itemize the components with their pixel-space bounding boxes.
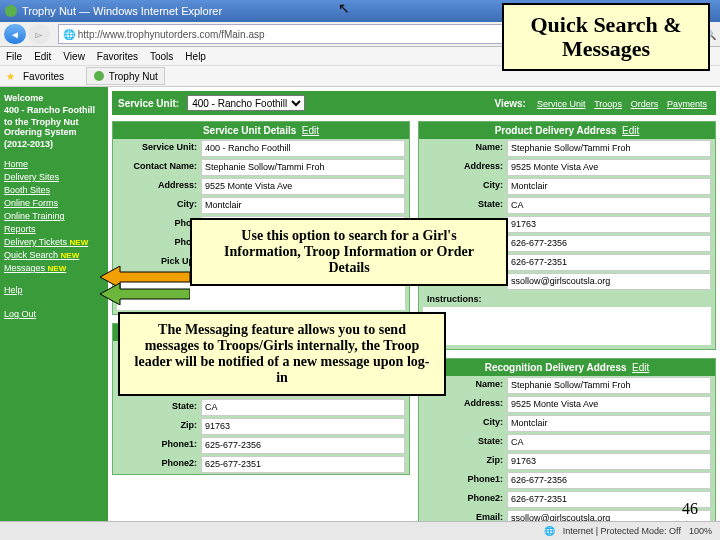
tab-favicon bbox=[93, 70, 105, 82]
field-value: 626-677-2356 bbox=[507, 235, 711, 252]
field-label: State: bbox=[419, 434, 507, 451]
menu-edit[interactable]: Edit bbox=[34, 51, 51, 62]
field-value: Stephanie Sollow/Tammi Froh bbox=[507, 377, 711, 394]
callout-messaging: The Messaging feature allows you to send… bbox=[118, 312, 446, 396]
sidebar-item-home[interactable]: Home bbox=[4, 158, 104, 170]
sidebar-item-messages[interactable]: Messages NEW bbox=[4, 262, 104, 274]
field-value: 9525 Monte Vista Ave bbox=[201, 178, 405, 195]
field-value: 91763 bbox=[507, 453, 711, 470]
view-service-unit[interactable]: Service Unit bbox=[537, 99, 586, 109]
panel-recognition-delivery: Recognition Delivery Address Edit Name:S… bbox=[418, 358, 716, 527]
field-label: City: bbox=[419, 178, 507, 195]
sidebar-item-help[interactable]: Help bbox=[4, 284, 104, 296]
new-badge: NEW bbox=[70, 238, 89, 247]
field-label: Address: bbox=[113, 178, 201, 195]
welcome-line4: (2012-2013) bbox=[4, 139, 104, 149]
tab-title: Trophy Nut bbox=[109, 71, 158, 82]
sidebar-item-online-training[interactable]: Online Training bbox=[4, 210, 104, 222]
field-value: Montclair bbox=[507, 178, 711, 195]
field-value: Montclair bbox=[507, 415, 711, 432]
field-label: Phone2: bbox=[419, 491, 507, 508]
mouse-cursor: ↖ bbox=[338, 0, 350, 16]
forward-button[interactable]: ▻ bbox=[28, 24, 50, 44]
menu-view[interactable]: View bbox=[63, 51, 85, 62]
field-value: CA bbox=[507, 434, 711, 451]
field-label: Address: bbox=[419, 396, 507, 413]
favorites-star-icon[interactable]: ★ bbox=[6, 71, 15, 82]
field-value: 626-677-2351 bbox=[507, 491, 711, 508]
field-value: Stephanie Sollow/Tammi Froh bbox=[201, 159, 405, 176]
app-body: Welcome 400 - Rancho Foothill to the Tro… bbox=[0, 87, 720, 527]
panel-header: Product Delivery Address Edit bbox=[419, 122, 715, 139]
sidebar-item-delivery-tickets[interactable]: Delivery Tickets NEW bbox=[4, 236, 104, 248]
menu-file[interactable]: File bbox=[6, 51, 22, 62]
edit-link[interactable]: Edit bbox=[632, 362, 649, 373]
status-bar: 🌐 Internet | Protected Mode: Off 100% bbox=[0, 521, 720, 540]
views-label: Views: bbox=[494, 98, 526, 109]
field-label: Phone2: bbox=[113, 456, 201, 473]
svg-marker-3 bbox=[100, 283, 190, 305]
field-value: 9525 Monte Vista Ave bbox=[507, 396, 711, 413]
right-column: Product Delivery Address Edit Name:Steph… bbox=[418, 121, 716, 527]
field-label: Phone1: bbox=[419, 472, 507, 489]
view-links: Service Unit Troops Orders Payments bbox=[534, 98, 710, 109]
address-url: http://www.trophynutorders.com/fMain.asp bbox=[78, 29, 265, 40]
welcome-line3: to the Trophy Nut Ordering System bbox=[4, 117, 104, 137]
sidebar-item-quick-search[interactable]: Quick Search NEW bbox=[4, 249, 104, 261]
top-toolbar: Service Unit: 400 - Rancho Foothill View… bbox=[112, 91, 716, 115]
menu-favorites[interactable]: Favorites bbox=[97, 51, 138, 62]
sidebar-item-logout[interactable]: Log Out bbox=[4, 308, 104, 320]
sidebar-item-reports[interactable]: Reports bbox=[4, 223, 104, 235]
new-badge: NEW bbox=[61, 251, 80, 260]
field-label: City: bbox=[113, 197, 201, 214]
field-value: 625-677-2351 bbox=[201, 456, 405, 473]
field-label: City: bbox=[419, 415, 507, 432]
service-unit-label: Service Unit: bbox=[118, 98, 179, 109]
sidebar-item-online-forms[interactable]: Online Forms bbox=[4, 197, 104, 209]
favorites-label[interactable]: Favorites bbox=[23, 71, 64, 82]
callout-quick-search: Use this option to search for a Girl's I… bbox=[190, 218, 508, 286]
view-troops[interactable]: Troops bbox=[594, 99, 622, 109]
view-payments[interactable]: Payments bbox=[667, 99, 707, 109]
field-label: Zip: bbox=[113, 418, 201, 435]
status-text: Internet | Protected Mode: Off bbox=[563, 526, 681, 536]
instructions-label: Instructions: bbox=[419, 292, 715, 306]
field-value: Montclair bbox=[201, 197, 405, 214]
new-badge: NEW bbox=[48, 264, 67, 273]
field-value: 9525 Monte Vista Ave bbox=[507, 159, 711, 176]
welcome-line1: Welcome bbox=[4, 93, 104, 103]
field-label: Phon bbox=[113, 235, 201, 252]
slide-number: 46 bbox=[682, 500, 698, 518]
field-value: CA bbox=[201, 399, 405, 416]
view-orders[interactable]: Orders bbox=[631, 99, 659, 109]
edit-link[interactable]: Edit bbox=[302, 125, 319, 136]
callout-title: Quick Search & Messages bbox=[502, 3, 710, 71]
back-button[interactable]: ◄ bbox=[4, 24, 26, 44]
menu-help[interactable]: Help bbox=[185, 51, 206, 62]
main-content: Service Unit: 400 - Rancho Foothill View… bbox=[108, 87, 720, 527]
arrow-icon bbox=[100, 283, 190, 305]
panel-header: Recognition Delivery Address Edit bbox=[419, 359, 715, 376]
field-value: CA bbox=[507, 197, 711, 214]
svg-point-0 bbox=[5, 5, 17, 17]
field-label: Zip: bbox=[419, 453, 507, 470]
field-value: 626-677-2356 bbox=[507, 472, 711, 489]
edit-link[interactable]: Edit bbox=[622, 125, 639, 136]
field-value: 400 - Rancho Foothill bbox=[201, 140, 405, 157]
panel-header: Service Unit Details Edit bbox=[113, 122, 409, 139]
sidebar: Welcome 400 - Rancho Foothill to the Tro… bbox=[0, 87, 108, 527]
field-label: Contact Name: bbox=[113, 159, 201, 176]
field-value: 91763 bbox=[201, 418, 405, 435]
sidebar-item-delivery-sites[interactable]: Delivery Sites bbox=[4, 171, 104, 183]
sidebar-item-booth-sites[interactable]: Booth Sites bbox=[4, 184, 104, 196]
field-label: State: bbox=[419, 197, 507, 214]
zoom-level[interactable]: 100% bbox=[689, 526, 712, 536]
service-unit-select[interactable]: 400 - Rancho Foothill bbox=[187, 95, 305, 111]
window-title: Trophy Nut — Windows Internet Explorer bbox=[22, 5, 222, 17]
menu-tools[interactable]: Tools bbox=[150, 51, 173, 62]
field-label: Name: bbox=[419, 140, 507, 157]
field-label: Service Unit: bbox=[113, 140, 201, 157]
field-label: State: bbox=[113, 399, 201, 416]
browser-tab[interactable]: Trophy Nut bbox=[86, 67, 165, 85]
globe-icon: 🌐 bbox=[544, 526, 555, 536]
